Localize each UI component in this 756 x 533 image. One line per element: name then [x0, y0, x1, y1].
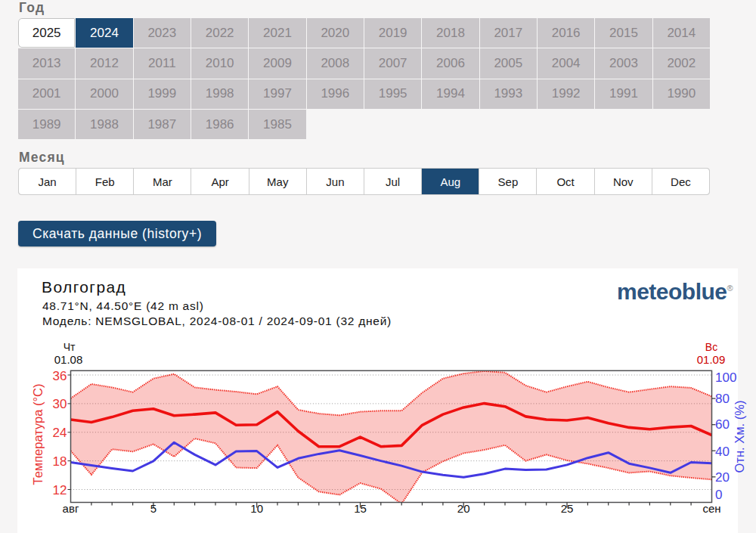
svg-text:Температура (°C): Температура (°C) — [31, 383, 45, 485]
svg-text:60: 60 — [715, 417, 730, 432]
svg-text:5: 5 — [150, 502, 156, 515]
svg-text:40: 40 — [715, 445, 730, 459]
svg-text:авг: авг — [63, 502, 79, 515]
svg-text:01.09: 01.09 — [697, 353, 726, 366]
svg-text:20: 20 — [457, 502, 470, 515]
svg-text:20: 20 — [715, 470, 730, 485]
svg-text:0: 0 — [715, 488, 722, 502]
svg-text:24: 24 — [53, 426, 67, 440]
svg-text:100: 100 — [715, 370, 736, 385]
svg-text:36: 36 — [53, 369, 67, 383]
svg-text:Отн. Хм. (%): Отн. Хм. (%) — [733, 401, 746, 473]
svg-text:01.08: 01.08 — [54, 353, 83, 366]
svg-text:Вс: Вс — [705, 341, 717, 353]
svg-text:18: 18 — [53, 454, 67, 469]
svg-text:12: 12 — [53, 483, 67, 497]
svg-text:25: 25 — [561, 502, 574, 515]
svg-text:80: 80 — [715, 392, 730, 406]
svg-text:10: 10 — [250, 502, 263, 515]
svg-text:Чт: Чт — [64, 341, 76, 353]
svg-text:30: 30 — [53, 397, 67, 411]
svg-text:15: 15 — [354, 502, 367, 515]
svg-text:сен: сен — [702, 502, 720, 515]
